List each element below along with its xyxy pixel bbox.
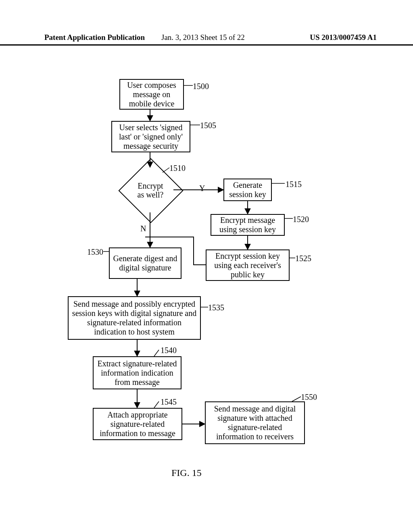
node-1530: Generate digest and digital signature xyxy=(109,247,181,279)
node-1540: Extract signature-related information in… xyxy=(93,356,181,389)
header-left: Patent Application Publication xyxy=(44,33,145,42)
page: Patent Application Publication Jan. 3, 2… xyxy=(0,0,413,532)
header-mid: Jan. 3, 2013 Sheet 15 of 22 xyxy=(161,33,245,42)
svg-line-21 xyxy=(154,401,159,408)
ref-1545: 1545 xyxy=(161,397,177,407)
ref-1500: 1500 xyxy=(193,82,209,91)
ref-1505: 1505 xyxy=(200,121,216,130)
svg-line-22 xyxy=(292,397,301,401)
ref-1535: 1535 xyxy=(208,303,224,312)
ref-1550: 1550 xyxy=(301,393,317,402)
ref-1540: 1540 xyxy=(161,346,177,355)
ref-1520: 1520 xyxy=(293,215,309,224)
node-1510-text: Encrypt as well? xyxy=(134,181,167,199)
edge-label-y: Y xyxy=(199,184,205,193)
node-1545: Attach appropriate signature-related inf… xyxy=(93,408,182,440)
page-header: Patent Application Publication Jan. 3, 2… xyxy=(0,32,413,46)
ref-1515: 1515 xyxy=(286,180,302,189)
node-1520: Encrypt message using session key xyxy=(211,214,285,236)
ref-1525: 1525 xyxy=(295,254,311,263)
edge-label-n: N xyxy=(140,224,146,233)
node-1505: User selects 'signed last' or 'signed on… xyxy=(111,121,190,152)
node-1550: Send message and digital signature with … xyxy=(205,401,305,444)
header-right: US 2013/0007459 A1 xyxy=(310,33,377,42)
ref-1530: 1530 xyxy=(87,247,103,257)
ref-1510: 1510 xyxy=(169,164,186,173)
node-1515: Generate session key xyxy=(223,179,272,201)
node-1525: Encrypt session key using each receiver'… xyxy=(206,249,290,281)
node-1500: User composes message on mobile device xyxy=(119,79,184,110)
node-1535: Send message and possibly encrypted sess… xyxy=(68,296,201,340)
figure-caption: FIG. 15 xyxy=(171,468,202,478)
svg-line-20 xyxy=(154,350,159,356)
